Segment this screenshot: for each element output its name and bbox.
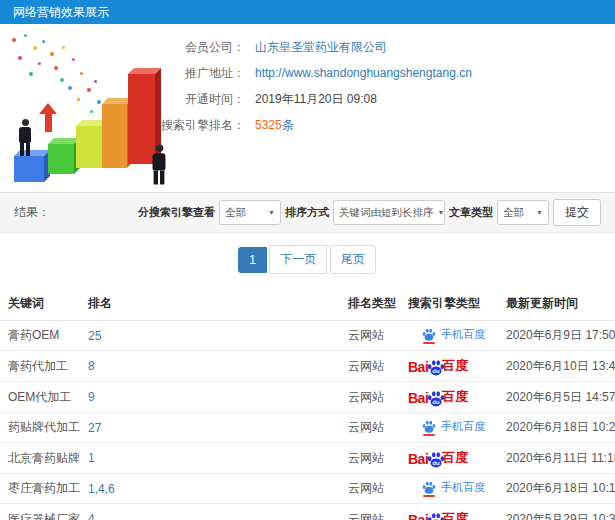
title-bar: 网络营销效果展示 xyxy=(0,0,615,24)
updated-cell: 2020年6月5日 14:57 xyxy=(500,382,615,413)
mobile-baidu-label: 手机百度 xyxy=(441,327,485,342)
header-rank-type: 排名类型 xyxy=(340,287,400,321)
rank-type-cell: 云网站 xyxy=(340,351,400,382)
baidu-cn-text: 百度 xyxy=(442,357,468,375)
rank-link[interactable]: 8 xyxy=(80,351,340,382)
rank-link[interactable]: 1 xyxy=(80,443,340,474)
rank-type-cell: 云网站 xyxy=(340,382,400,413)
keyword-cell: 药贴牌代加工 xyxy=(0,413,80,443)
baidu-bai-text: Bai xyxy=(408,390,428,406)
engine-cell: Bai du 百度 xyxy=(400,504,500,520)
engine-rank-label: 搜索引擎排名： xyxy=(150,117,245,134)
article-type-select[interactable]: 全部 ▼ xyxy=(497,200,549,225)
table-row: 北京膏药贴牌 1 云网站 Bai du 百度 2020年6月11日 11:18 xyxy=(0,443,615,474)
promo-url-link[interactable]: http://www.shandonghuangshengtang.cn xyxy=(255,66,472,80)
baidu-cn-text: 百度 xyxy=(442,449,468,467)
header-rank: 排名 xyxy=(80,287,340,321)
filter-controls: 分搜索引擎查看 全部 ▼ 排序方式 关键词由短到长排序 ▼ 文章类型 全部 ▼ … xyxy=(138,199,601,226)
engine-rank-count-link[interactable]: 5325条 xyxy=(255,117,294,134)
rank-type-cell: 云网站 xyxy=(340,504,400,520)
header-engine-type: 搜索引擎类型 xyxy=(400,287,500,321)
keyword-cell: OEM代加工 xyxy=(0,382,80,413)
mobile-baidu-badge: 手机百度 xyxy=(422,480,485,495)
page-1-button[interactable]: 1 xyxy=(238,247,267,273)
bar-chart-bar-orange xyxy=(102,104,127,168)
businessman-figure xyxy=(149,145,168,185)
baidu-du-text: du xyxy=(433,368,441,374)
engine-cell: Bai du 百度 xyxy=(400,351,500,382)
baidu-du-text: du xyxy=(433,399,441,405)
engine-filter-value: 全部 xyxy=(225,206,246,220)
updated-cell: 2020年6月18日 10:19 xyxy=(500,474,615,504)
open-time-value: 2019年11月20日 09:08 xyxy=(255,91,377,108)
updated-cell: 2020年5月29日 10:32 xyxy=(500,504,615,520)
result-label: 结果： xyxy=(14,204,50,221)
company-link[interactable]: 山东皇圣堂药业有限公司 xyxy=(255,39,387,56)
header-keyword: 关键词 xyxy=(0,287,80,321)
baidu-logo: Bai du 百度 xyxy=(408,388,468,406)
baidu-bai-text: Bai xyxy=(408,512,428,520)
sort-filter-select[interactable]: 关键词由短到长排序 ▼ xyxy=(333,200,445,225)
rank-link[interactable]: 1,4,6 xyxy=(80,474,340,504)
table-row: 药贴牌代加工 27 云网站 手机百度 2020年6月18日 10:25 xyxy=(0,413,615,443)
engine-cell: Bai du 百度 xyxy=(400,443,500,474)
updated-cell: 2020年6月18日 10:25 xyxy=(500,413,615,443)
table-row: 枣庄膏药加工 1,4,6 云网站 手机百度 2020年6月18日 10:19 xyxy=(0,474,615,504)
sort-filter-label: 排序方式 xyxy=(285,205,329,220)
baidu-cn-text: 百度 xyxy=(442,510,468,520)
article-type-value: 全部 xyxy=(503,206,524,220)
rank-unit: 条 xyxy=(282,118,294,132)
rank-type-cell: 云网站 xyxy=(340,413,400,443)
rank-type-cell: 云网站 xyxy=(340,443,400,474)
rank-link[interactable]: 25 xyxy=(80,321,340,351)
baidu-du-text: du xyxy=(433,460,441,466)
updated-cell: 2020年6月9日 17:50 xyxy=(500,321,615,351)
submit-button[interactable]: 提交 xyxy=(553,199,601,226)
open-time-label: 开通时间： xyxy=(150,91,245,108)
mobile-baidu-badge: 手机百度 xyxy=(422,327,485,342)
member-info-section: 会员公司： 山东皇圣堂药业有限公司 推广地址： http://www.shand… xyxy=(0,24,615,192)
baidu-paw-icon xyxy=(422,420,436,433)
header-updated: 最新更新时间 xyxy=(500,287,615,321)
baidu-cn-text: 百度 xyxy=(442,388,468,406)
sort-filter-value: 关键词由短到长排序 xyxy=(339,206,434,220)
chevron-down-icon: ▼ xyxy=(268,209,275,216)
rank-link[interactable]: 9 xyxy=(80,382,340,413)
open-time-row: 开通时间： 2019年11月20日 09:08 xyxy=(150,86,615,112)
bar-chart-bar-blue xyxy=(14,156,44,182)
mobile-baidu-label: 手机百度 xyxy=(441,480,485,495)
rank-link[interactable]: 27 xyxy=(80,413,340,443)
company-row: 会员公司： 山东皇圣堂药业有限公司 xyxy=(150,34,615,60)
bar-chart-bar-green xyxy=(48,144,74,174)
updated-cell: 2020年6月11日 11:18 xyxy=(500,443,615,474)
article-type-label: 文章类型 xyxy=(449,205,493,220)
filter-bar: 结果： 分搜索引擎查看 全部 ▼ 排序方式 关键词由短到长排序 ▼ 文章类型 全… xyxy=(0,192,615,233)
baidu-bai-text: Bai xyxy=(408,451,428,467)
updated-cell: 2020年6月10日 13:40 xyxy=(500,351,615,382)
bar-chart-bar-yellow xyxy=(76,126,102,168)
keyword-cell: 膏药OEM xyxy=(0,321,80,351)
engine-rank-row: 搜索引擎排名： 5325条 xyxy=(150,112,615,138)
engine-cell: Bai du 百度 xyxy=(400,382,500,413)
promo-url-row: 推广地址： http://www.shandonghuangshengtang.… xyxy=(150,60,615,86)
last-page-button[interactable]: 尾页 xyxy=(330,245,376,274)
member-info-list: 会员公司： 山东皇圣堂药业有限公司 推广地址： http://www.shand… xyxy=(150,34,615,138)
page-title: 网络营销效果展示 xyxy=(13,5,109,19)
baidu-logo: Bai du 百度 xyxy=(408,357,468,375)
engine-cell: 手机百度 xyxy=(400,413,500,443)
keyword-cell: 北京膏药贴牌 xyxy=(0,443,80,474)
mobile-baidu-label: 手机百度 xyxy=(441,419,485,434)
results-table: 关键词 排名 排名类型 搜索引擎类型 最新更新时间 膏药OEM 25 云网站 手… xyxy=(0,287,615,520)
chevron-down-icon: ▼ xyxy=(536,209,543,216)
rank-link[interactable]: 4 xyxy=(80,504,340,520)
baidu-paw-icon xyxy=(422,481,436,494)
baidu-logo: Bai du 百度 xyxy=(408,510,468,520)
keyword-cell: 膏药代加工 xyxy=(0,351,80,382)
promo-url-label: 推广地址： xyxy=(150,65,245,82)
chevron-down-icon: ▼ xyxy=(438,209,445,216)
rank-type-cell: 云网站 xyxy=(340,474,400,504)
businessman-figure xyxy=(16,119,34,156)
engine-filter-select[interactable]: 全部 ▼ xyxy=(219,200,281,225)
next-page-button[interactable]: 下一页 xyxy=(269,245,327,274)
company-label: 会员公司： xyxy=(150,39,245,56)
